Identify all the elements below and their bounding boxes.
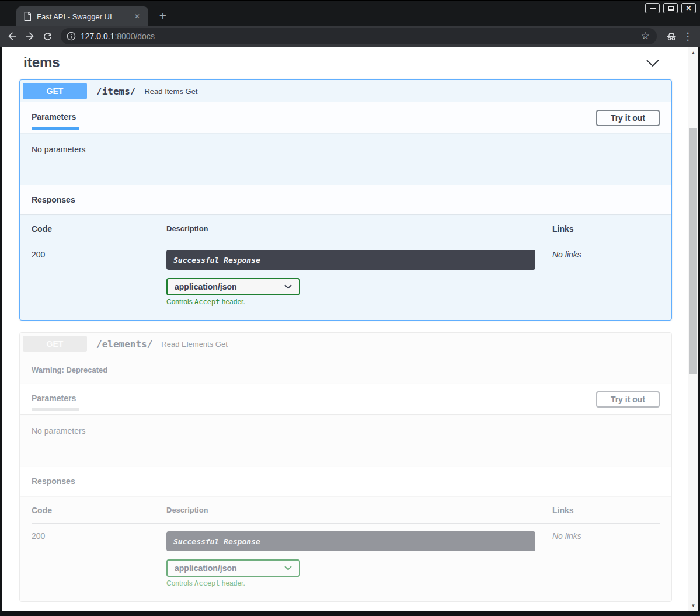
response-code: 200 [32,531,166,587]
response-row: 200 Successful Response application/json… [32,524,660,587]
responses-label: Responses [32,476,75,486]
no-links-text: No links [552,250,660,306]
content-type-value: application/json [175,563,237,573]
opblock-summary[interactable]: GET /items/ Read Items Get [20,80,671,102]
tab-strip: Fast API - Swagger UI ✕ + ✕ [0,0,700,26]
operation-summary: Read Elements Get [161,340,227,349]
back-arrow-icon [6,30,18,42]
forward-button[interactable] [21,27,39,45]
responses-table-head: Code Description Links [32,506,660,524]
scroll-down-icon[interactable]: ▼ [688,601,698,610]
no-parameters-text: No parameters [32,426,86,436]
browser-tab[interactable]: Fast API - Swagger UI ✕ [16,6,148,26]
chevron-down-icon [284,566,292,570]
response-description-text: Successful Response [173,537,260,546]
parameters-label: Parameters [32,112,76,127]
method-badge: GET [23,83,87,99]
window-maximize-button[interactable] [663,3,678,13]
url-host: 127.0.0.1 [81,32,114,41]
opblock-summary[interactable]: GET /elements/ Read Elements Get [20,333,671,355]
url-text: 127.0.0.1:8000/docs [81,32,155,41]
hint-prefix: Controls [166,298,194,306]
minimize-icon [650,8,656,9]
window-minimize-button[interactable] [645,3,660,13]
parameters-label: Parameters [32,394,76,409]
response-code: 200 [32,250,166,306]
parameters-section-header: Parameters Try it out [20,384,671,414]
deprecated-warning: Warning: Deprecated [20,355,671,384]
parameters-body: No parameters [20,414,671,467]
code-column-header: Code [32,224,166,234]
hint-code: Accept [194,298,220,306]
response-description-box: Successful Response [166,531,535,551]
no-links-text: No links [552,531,660,587]
opblock-get-items: GET /items/ Read Items Get Parameters Tr… [19,79,672,321]
scroll-up-icon[interactable]: ▲ [688,48,698,57]
browser-menu-button[interactable]: ⋮ [680,27,695,45]
tag-section-header[interactable]: items [2,47,688,71]
responses-table: Code Description Links 200 Successful Re… [20,214,671,320]
chevron-down-icon [284,284,292,289]
method-badge: GET [23,336,87,352]
accept-header-hint: Controls Accept header. [166,579,552,587]
responses-table-head: Code Description Links [32,224,660,242]
accept-header-hint: Controls Accept header. [166,298,552,306]
parameters-section-header: Parameters Try it out [20,102,671,133]
document-favicon-icon [23,12,32,21]
active-tab-underline [32,408,79,411]
responses-table: Code Description Links 200 Successful Re… [20,496,671,601]
parameters-tab[interactable]: Parameters [32,388,76,414]
collapse-chevron-icon[interactable] [646,56,659,69]
operation-path: /items/ [96,86,135,97]
opblock-get-elements-deprecated: GET /elements/ Read Elements Get Warning… [19,332,672,602]
hint-suffix: header. [220,298,245,306]
try-it-out-button[interactable]: Try it out [596,110,660,126]
responses-label: Responses [32,195,75,204]
back-button[interactable] [4,27,21,45]
response-description-cell: Successful Response application/json Con… [166,250,552,306]
description-column-header: Description [166,224,552,234]
tag-divider [18,74,674,74]
response-description-cell: Successful Response application/json Con… [166,531,552,587]
response-description-box: Successful Response [166,250,535,270]
window-controls: ✕ [645,3,696,13]
browser-window: Fast API - Swagger UI ✕ + ✕ 127.0.0.1:80… [0,0,700,616]
hint-prefix: Controls [166,579,194,587]
tag-title: items [23,54,60,71]
operation-summary: Read Items Get [144,87,197,96]
vertical-scrollbar[interactable]: ▲ ▼ [688,47,698,611]
bookmark-star-icon[interactable]: ☆ [641,30,650,42]
browser-toolbar: 127.0.0.1:8000/docs ☆ ⋮ [0,26,700,47]
responses-section-header: Responses [20,185,671,214]
swagger-content: items GET /items/ Read Items Get Paramet… [2,47,688,602]
tab-title: Fast API - Swagger UI [37,12,132,21]
hint-suffix: header. [220,579,245,587]
window-close-button[interactable]: ✕ [681,3,696,13]
code-column-header: Code [32,506,166,515]
incognito-icon [663,27,680,45]
maximize-icon [668,6,674,11]
site-info-icon[interactable] [67,32,76,41]
active-tab-underline [32,127,79,130]
reload-button[interactable] [39,27,56,45]
url-path: :8000/docs [114,32,155,41]
parameters-body: No parameters [20,133,671,185]
links-column-header: Links [552,506,660,515]
response-content-type-select[interactable]: application/json [166,278,300,295]
description-column-header: Description [166,506,552,515]
hint-code: Accept [194,579,220,587]
tab-close-icon[interactable]: ✕ [132,11,142,22]
forward-arrow-icon [24,30,36,42]
response-row: 200 Successful Response application/json… [32,242,660,306]
response-content-type-select[interactable]: application/json [166,559,300,577]
try-it-out-button[interactable]: Try it out [596,391,660,408]
response-description-text: Successful Response [173,256,260,265]
reload-icon [42,31,53,42]
address-bar[interactable]: 127.0.0.1:8000/docs ☆ [61,28,657,44]
scrollbar-thumb[interactable] [689,128,697,374]
responses-section-header: Responses [20,467,671,496]
no-parameters-text: No parameters [32,145,86,154]
new-tab-button[interactable]: + [155,9,170,24]
content-type-value: application/json [175,282,237,291]
parameters-tab[interactable]: Parameters [32,107,76,133]
